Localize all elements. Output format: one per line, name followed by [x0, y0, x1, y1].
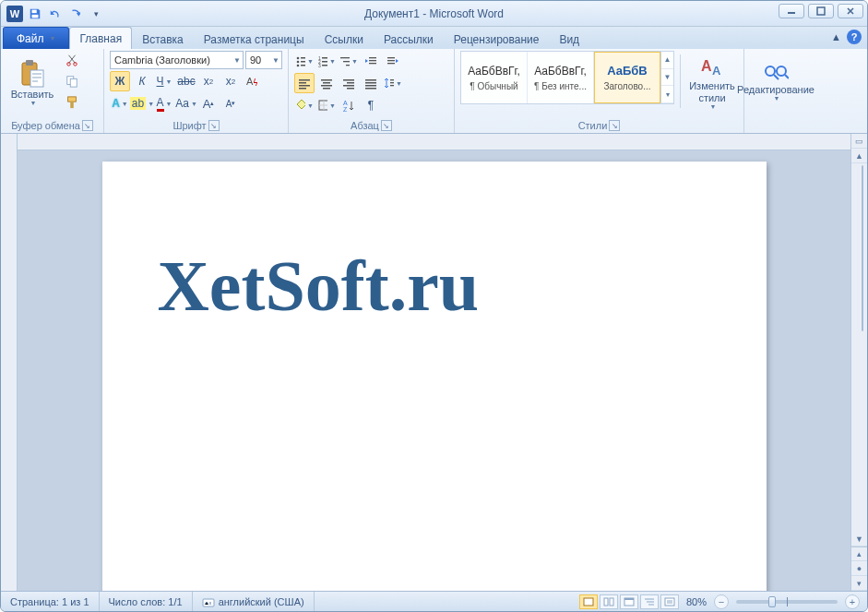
- multilevel-list-button[interactable]: ▼: [339, 51, 359, 71]
- svg-rect-54: [390, 85, 394, 86]
- tab-вид[interactable]: Вид: [549, 29, 589, 49]
- style-item[interactable]: АаБбВЗаголово...: [594, 52, 660, 103]
- font-size-combo[interactable]: 90▼: [245, 51, 282, 69]
- print-layout-view-button[interactable]: [579, 594, 598, 609]
- paragraph-launcher-icon[interactable]: ↘: [381, 120, 392, 131]
- align-center-button[interactable]: [316, 73, 337, 93]
- svg-point-60: [766, 66, 775, 76]
- format-painter-icon[interactable]: [62, 94, 82, 112]
- vertical-ruler[interactable]: [1, 134, 18, 591]
- tab-вставка[interactable]: Вставка: [132, 29, 194, 49]
- group-styles-label: Стили: [578, 120, 608, 131]
- word-app-icon[interactable]: W: [6, 6, 23, 22]
- style-name: ¶ Без инте...: [534, 81, 587, 91]
- zoom-in-button[interactable]: +: [845, 594, 860, 609]
- justify-button[interactable]: [361, 73, 381, 93]
- strikethrough-button[interactable]: abc: [176, 71, 196, 91]
- tab-разметка-страницы[interactable]: Разметка страницы: [194, 29, 315, 49]
- styles-gallery[interactable]: АаБбВвГг,¶ ОбычныйАаБбВвГг,¶ Без инте...…: [460, 51, 674, 104]
- svg-rect-63: [584, 598, 593, 606]
- change-case-button[interactable]: Aa▼: [176, 93, 196, 114]
- numbering-button[interactable]: 123▼: [316, 51, 337, 71]
- scroll-down-icon[interactable]: ▼: [851, 532, 867, 546]
- save-icon[interactable]: [27, 6, 43, 22]
- text-effects-button[interactable]: A▼: [110, 93, 130, 114]
- next-page-icon[interactable]: ▾: [851, 576, 867, 591]
- show-marks-button[interactable]: ¶: [361, 95, 381, 115]
- gallery-more-icon[interactable]: ▾: [661, 86, 673, 103]
- horizontal-ruler[interactable]: [18, 134, 850, 150]
- subscript-button[interactable]: x2: [198, 71, 219, 91]
- decrease-indent-button[interactable]: [361, 51, 381, 71]
- font-color-button[interactable]: A▼: [154, 93, 174, 114]
- tab-главная[interactable]: Главная: [69, 27, 132, 49]
- font-name-combo[interactable]: Cambria (Заголовки)▼: [110, 51, 244, 69]
- undo-icon[interactable]: [47, 6, 64, 22]
- select-browse-object-icon[interactable]: ●: [851, 561, 867, 576]
- draft-view-button[interactable]: [660, 594, 679, 609]
- tab-ссылки[interactable]: Ссылки: [315, 29, 374, 49]
- svg-rect-10: [70, 78, 77, 87]
- fullscreen-reading-view-button[interactable]: [600, 594, 618, 609]
- redo-icon[interactable]: [67, 6, 84, 22]
- document-area[interactable]: XetSoft.ru: [18, 150, 850, 591]
- scroll-up-icon[interactable]: ▲: [851, 149, 867, 163]
- vertical-scrollbar[interactable]: ▭ ▲ ▼ ▴ ● ▾: [850, 134, 867, 591]
- outline-view-button[interactable]: [640, 594, 659, 609]
- web-layout-view-button[interactable]: [620, 594, 638, 609]
- minimize-button[interactable]: [779, 4, 804, 18]
- shrink-font-button[interactable]: A▾: [220, 93, 241, 114]
- align-right-button[interactable]: [339, 73, 359, 93]
- font-name-value: Cambria (Заголовки): [114, 54, 210, 66]
- gallery-up-icon[interactable]: ▲: [661, 52, 673, 69]
- editing-button[interactable]: Редактирование ▼: [750, 51, 802, 114]
- ribbon: Вставить ▼ Буфер обмена↘ Cambria (Заголо…: [1, 49, 867, 134]
- copy-icon[interactable]: [62, 72, 82, 90]
- zoom-out-button[interactable]: −: [714, 594, 729, 609]
- ruler-toggle-icon[interactable]: ▭: [851, 134, 867, 149]
- status-page[interactable]: Страница: 1 из 1: [1, 592, 100, 611]
- svg-rect-68: [665, 598, 674, 606]
- italic-button[interactable]: К: [132, 71, 152, 91]
- file-tab[interactable]: Файл▼: [3, 27, 69, 49]
- zoom-slider-knob[interactable]: [768, 596, 776, 607]
- underline-button[interactable]: Ч▼: [154, 71, 174, 91]
- paste-button[interactable]: Вставить ▼: [6, 51, 58, 114]
- align-left-button[interactable]: [294, 73, 315, 93]
- shading-button[interactable]: ▼: [294, 95, 315, 115]
- maximize-button[interactable]: [808, 4, 834, 18]
- close-button[interactable]: [838, 4, 863, 18]
- page[interactable]: XetSoft.ru: [102, 162, 767, 591]
- svg-text:Z: Z: [343, 106, 348, 112]
- clear-formatting-button[interactable]: Aϟ: [243, 71, 263, 91]
- previous-page-icon[interactable]: ▴: [851, 546, 867, 561]
- style-item[interactable]: АаБбВвГг,¶ Обычный: [461, 52, 528, 103]
- zoom-level[interactable]: 80%: [686, 596, 707, 607]
- style-item[interactable]: АаБбВвГг,¶ Без инте...: [528, 52, 594, 103]
- help-icon[interactable]: ?: [847, 30, 862, 44]
- highlight-button[interactable]: ab▼: [132, 93, 152, 114]
- superscript-button[interactable]: x2: [220, 71, 241, 91]
- borders-button[interactable]: ▼: [316, 95, 337, 115]
- status-language[interactable]: английский (США): [193, 592, 315, 611]
- styles-launcher-icon[interactable]: ↘: [609, 120, 620, 131]
- tab-рассылки[interactable]: Рассылки: [374, 29, 444, 49]
- gallery-down-icon[interactable]: ▼: [661, 69, 673, 87]
- change-styles-button[interactable]: AA Изменить стили ▼: [686, 51, 738, 114]
- zoom-slider[interactable]: [736, 600, 838, 604]
- sort-button[interactable]: AZ: [339, 95, 359, 115]
- clipboard-launcher-icon[interactable]: ↘: [82, 120, 93, 131]
- cut-icon[interactable]: [62, 51, 82, 68]
- scroll-thumb[interactable]: [862, 165, 863, 331]
- grow-font-button[interactable]: A▴: [198, 93, 219, 114]
- increase-indent-button[interactable]: [383, 51, 403, 71]
- tab-рецензирование[interactable]: Рецензирование: [444, 29, 550, 49]
- minimize-ribbon-icon[interactable]: ▲: [831, 31, 841, 42]
- status-word-count[interactable]: Число слов: 1/1: [100, 592, 193, 611]
- qat-customize-icon[interactable]: ▾: [88, 6, 104, 22]
- bullets-button[interactable]: ▼: [294, 51, 315, 71]
- document-heading-text[interactable]: XetSoft.ru: [158, 245, 711, 328]
- font-launcher-icon[interactable]: ↘: [208, 120, 220, 131]
- line-spacing-button[interactable]: ▼: [383, 73, 403, 93]
- bold-button[interactable]: Ж: [110, 71, 130, 91]
